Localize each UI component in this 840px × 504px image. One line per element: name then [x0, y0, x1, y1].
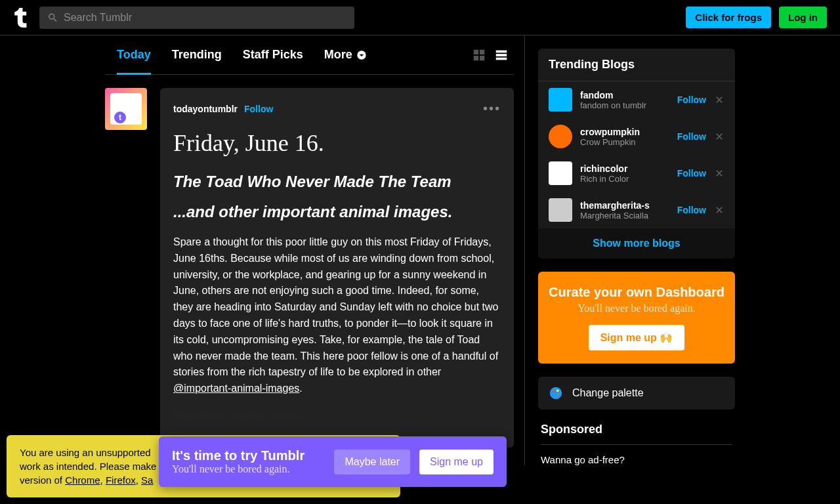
- svg-point-9: [553, 390, 555, 392]
- post: todayontumblr Follow ••• Friday, June 16…: [160, 88, 514, 448]
- chevron-down-icon: [356, 50, 367, 60]
- sign-me-up-button[interactable]: Sign me up: [419, 450, 494, 466]
- blog-avatar[interactable]: [549, 125, 572, 148]
- maybe-later-button[interactable]: Maybe later: [334, 450, 410, 466]
- blog-name[interactable]: fandom: [580, 90, 669, 100]
- tabs: Today Trending Staff Picks More: [105, 35, 514, 75]
- try-tumblr-banner: It's time to try Tumblr You'll never be …: [159, 436, 507, 465]
- tab-more[interactable]: More: [324, 35, 367, 75]
- post-subtitle-1: The Toad Who Never Made The Team: [173, 173, 501, 191]
- blog-name[interactable]: richincolor: [580, 163, 669, 174]
- svg-rect-2: [480, 49, 484, 54]
- post-body-cutoff: ing eggnog, jogging, boxing: [173, 408, 501, 424]
- curate-title: Curate your own Dashboard: [549, 285, 724, 300]
- palette-icon: [549, 386, 563, 400]
- tab-more-label: More: [324, 48, 352, 62]
- palette-card[interactable]: Change palette: [538, 377, 735, 410]
- banner-text: You are using an unsupported: [20, 447, 151, 458]
- curate-sub: You'll never be bored again.: [549, 303, 724, 314]
- search-input[interactable]: [64, 12, 346, 24]
- banner-sub: You'll never be bored again.: [172, 463, 325, 465]
- search-icon: [47, 12, 58, 24]
- post-body: Spare a thought for this poor little guy…: [173, 234, 501, 397]
- blog-follow-button[interactable]: Follow: [677, 131, 706, 142]
- blog-sub: Margherita Scialla: [580, 211, 669, 220]
- trending-blogs-card: Trending Blogs fandomfandom on tumblr Fo…: [538, 49, 735, 259]
- svg-point-11: [557, 393, 560, 396]
- blog-sub: fandom on tumblr: [580, 100, 669, 110]
- post-body-text: Spare a thought for this poor little guy…: [173, 236, 498, 377]
- search-box[interactable]: [39, 7, 354, 29]
- grid-view-icon[interactable]: [472, 48, 486, 62]
- post-avatar[interactable]: [105, 88, 147, 130]
- svg-rect-5: [496, 50, 507, 52]
- show-more-blogs[interactable]: Show more blogs: [538, 228, 735, 259]
- blog-row: themargherita-sMargherita Scialla Follow: [538, 192, 735, 228]
- sponsored-title: Sponsored: [541, 423, 732, 436]
- curate-signup-button[interactable]: Sign me up 🙌: [589, 325, 685, 350]
- svg-point-8: [550, 387, 562, 399]
- svg-rect-4: [480, 55, 484, 60]
- adfree-text[interactable]: Wanna go ad-free?: [541, 454, 732, 465]
- blog-name[interactable]: crowpumpkin: [580, 127, 669, 137]
- curate-card: Curate your own Dashboard You'll never b…: [538, 272, 735, 364]
- blog-follow-button[interactable]: Follow: [677, 168, 706, 178]
- frogs-button[interactable]: Click for frogs: [686, 7, 771, 28]
- blog-avatar[interactable]: [549, 161, 572, 185]
- tab-trending[interactable]: Trending: [172, 35, 222, 75]
- post-title: Friday, June 16.: [173, 129, 501, 157]
- tumblr-logo-icon[interactable]: [13, 8, 29, 28]
- tab-today[interactable]: Today: [117, 35, 151, 75]
- post-author[interactable]: todayontumblr: [173, 104, 238, 114]
- blog-avatar[interactable]: [549, 198, 572, 222]
- svg-rect-6: [496, 54, 507, 56]
- header: Click for frogs Log in: [0, 0, 840, 35]
- dismiss-icon[interactable]: [714, 205, 724, 215]
- svg-rect-7: [496, 57, 507, 60]
- dismiss-icon[interactable]: [714, 94, 724, 105]
- blog-row: fandomfandom on tumblr Follow: [538, 81, 735, 118]
- sponsored-section: Sponsored Wanna go ad-free?: [538, 423, 735, 465]
- svg-rect-3: [474, 55, 478, 60]
- post-inline-link[interactable]: @important-animal-images: [173, 383, 299, 394]
- post-subtitle-2: ...and other important animal images.: [173, 203, 501, 221]
- blog-sub: Crow Pumpkin: [580, 137, 669, 147]
- blog-follow-button[interactable]: Follow: [677, 94, 706, 105]
- blog-row: crowpumpkinCrow Pumpkin Follow: [538, 118, 735, 155]
- login-button[interactable]: Log in: [779, 7, 827, 28]
- banner-title: It's time to try Tumblr: [172, 448, 325, 463]
- trending-blogs-title: Trending Blogs: [538, 49, 735, 81]
- palette-label: Change palette: [572, 387, 644, 399]
- blog-row: richincolorRich in Color Follow: [538, 155, 735, 192]
- post-follow-link[interactable]: Follow: [244, 104, 273, 114]
- dismiss-icon[interactable]: [714, 168, 724, 178]
- post-menu-icon[interactable]: •••: [483, 101, 501, 116]
- blog-name[interactable]: themargherita-s: [580, 200, 669, 211]
- dismiss-icon[interactable]: [714, 131, 724, 142]
- list-view-icon[interactable]: [494, 48, 509, 62]
- blog-sub: Rich in Color: [580, 174, 669, 184]
- banner-text: work as intended. Please make: [20, 461, 156, 465]
- blog-follow-button[interactable]: Follow: [677, 205, 706, 215]
- tab-staff-picks[interactable]: Staff Picks: [243, 35, 303, 75]
- blog-avatar[interactable]: [549, 88, 572, 112]
- svg-point-10: [556, 390, 559, 392]
- svg-rect-1: [474, 49, 478, 54]
